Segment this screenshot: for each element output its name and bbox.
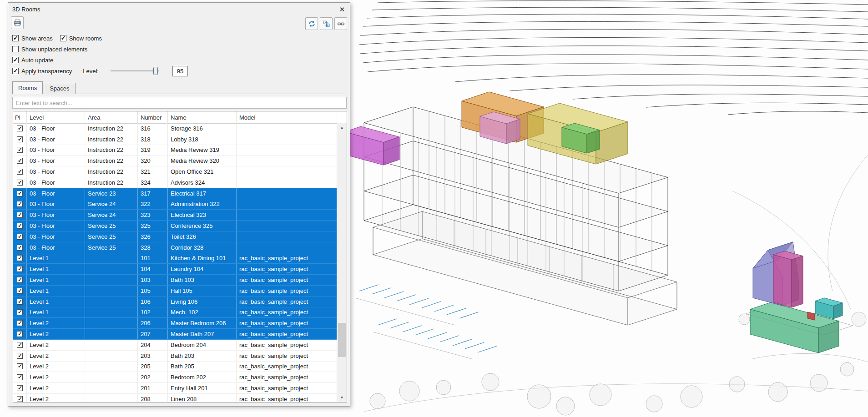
row-checkbox[interactable] bbox=[17, 212, 23, 218]
link-settings-button[interactable] bbox=[334, 17, 347, 30]
option-auto-update[interactable]: Auto update bbox=[12, 57, 53, 64]
transparency-value-field[interactable]: 95 bbox=[172, 66, 188, 76]
scrollbar-thumb[interactable] bbox=[338, 323, 346, 357]
table-row[interactable]: 03 - FloorService 25328Corridor 328 bbox=[13, 242, 337, 253]
cell-number: 325 bbox=[138, 221, 168, 231]
table-row[interactable]: Level 1104Laundry 104rac_basic_sample_pr… bbox=[13, 264, 337, 275]
table-row[interactable]: 03 - FloorService 24323Electrical 323 bbox=[13, 210, 337, 221]
row-checkbox[interactable] bbox=[17, 266, 23, 272]
cell-name: Bath 205 bbox=[168, 362, 237, 372]
row-checkbox-cell bbox=[13, 145, 27, 156]
row-checkbox[interactable] bbox=[17, 126, 23, 131]
cell-number: 204 bbox=[138, 340, 168, 350]
print-button[interactable] bbox=[11, 16, 24, 29]
sync-view-button[interactable] bbox=[305, 17, 318, 30]
header-area[interactable]: Area bbox=[85, 111, 138, 123]
slider-track[interactable] bbox=[111, 70, 159, 71]
table-scrollbar[interactable]: ▲ ▼ bbox=[337, 123, 347, 402]
header-placed[interactable]: Pl bbox=[13, 111, 27, 123]
row-checkbox[interactable] bbox=[17, 245, 23, 251]
cell-level: 03 - Floor bbox=[27, 134, 85, 145]
row-checkbox[interactable] bbox=[17, 299, 23, 305]
apply-transparency-checkbox[interactable] bbox=[12, 68, 19, 74]
row-checkbox[interactable] bbox=[17, 255, 23, 261]
cell-model: rac_basic_sample_project bbox=[237, 307, 337, 318]
table-row[interactable]: Level 2204Bedroom 204rac_basic_sample_pr… bbox=[13, 340, 337, 351]
titlebar[interactable]: 3D Rooms ✕ bbox=[8, 3, 350, 15]
table-row[interactable]: 03 - FloorInstruction 22316Storage 316 bbox=[13, 123, 337, 134]
cell-area: Instruction 22 bbox=[85, 177, 138, 188]
row-checkbox[interactable] bbox=[17, 342, 23, 348]
table-row[interactable]: Level 2203Bath 203rac_basic_sample_proje… bbox=[13, 351, 337, 362]
table-row[interactable]: Level 2202Bedroom 202rac_basic_sample_pr… bbox=[13, 372, 337, 383]
auto-update-checkbox[interactable] bbox=[12, 57, 19, 63]
row-checkbox[interactable] bbox=[17, 201, 23, 207]
row-checkbox[interactable] bbox=[17, 363, 23, 369]
show-rooms-checkbox[interactable] bbox=[60, 35, 66, 41]
row-checkbox[interactable] bbox=[17, 158, 23, 164]
table-row[interactable]: Level 1106Living 106rac_basic_sample_pro… bbox=[13, 296, 337, 307]
cell-level: 03 - Floor bbox=[27, 188, 85, 199]
table-row[interactable]: 03 - FloorInstruction 22318Lobby 318 bbox=[13, 134, 337, 145]
cell-number: 319 bbox=[138, 145, 168, 156]
row-checkbox[interactable] bbox=[17, 331, 23, 337]
option-apply-transparency[interactable]: Apply transparency bbox=[12, 68, 72, 75]
header-number[interactable]: Number bbox=[138, 111, 168, 123]
table-row[interactable]: Level 1103Bath 103rac_basic_sample_proje… bbox=[13, 275, 337, 286]
cell-number: 104 bbox=[138, 264, 168, 274]
table-row[interactable]: 03 - FloorInstruction 22324Advisors 324 bbox=[13, 177, 337, 188]
row-checkbox[interactable] bbox=[17, 385, 23, 391]
row-checkbox[interactable] bbox=[17, 396, 23, 402]
table-row[interactable]: 03 - FloorInstruction 22320Media Review … bbox=[13, 156, 337, 166]
row-checkbox[interactable] bbox=[17, 320, 23, 326]
row-checkbox[interactable] bbox=[17, 180, 23, 186]
option-show-rooms[interactable]: Show rooms bbox=[60, 35, 102, 42]
table-row[interactable]: Level 1105Hall 105rac_basic_sample_proje… bbox=[13, 286, 337, 296]
close-button[interactable]: ✕ bbox=[336, 4, 348, 15]
row-checkbox[interactable] bbox=[17, 169, 23, 175]
row-checkbox[interactable] bbox=[17, 353, 23, 359]
option-show-unplaced[interactable]: Show unplaced elements bbox=[12, 46, 87, 53]
table-row[interactable]: Level 2208Linen 208rac_basic_sample_proj… bbox=[13, 394, 337, 402]
row-checkbox[interactable] bbox=[17, 234, 23, 240]
cell-name: Storage 316 bbox=[168, 123, 237, 134]
row-checkbox[interactable] bbox=[17, 374, 23, 380]
search-input[interactable] bbox=[12, 97, 347, 109]
show-unplaced-checkbox[interactable] bbox=[12, 46, 19, 52]
row-checkbox[interactable] bbox=[17, 223, 23, 229]
table-row[interactable]: 03 - FloorService 25325Conference 325 bbox=[13, 221, 337, 231]
row-checkbox[interactable] bbox=[17, 136, 23, 142]
table-row[interactable]: Level 2206Master Bedroom 206rac_basic_sa… bbox=[13, 318, 337, 329]
table-row[interactable]: 03 - FloorInstruction 22319Media Review … bbox=[13, 145, 337, 156]
row-checkbox-cell bbox=[13, 394, 27, 402]
row-checkbox[interactable] bbox=[17, 277, 23, 283]
header-level[interactable]: Level bbox=[27, 111, 85, 123]
cell-area: Instruction 22 bbox=[85, 156, 138, 166]
scrollbar-track[interactable] bbox=[337, 132, 347, 393]
table-row[interactable]: 03 - FloorService 24322Administration 32… bbox=[13, 199, 337, 210]
option-show-areas[interactable]: Show areas bbox=[12, 35, 53, 42]
show-areas-checkbox[interactable] bbox=[12, 35, 19, 41]
table-row[interactable]: 03 - FloorInstruction 22321Open Office 3… bbox=[13, 166, 337, 177]
table-row[interactable]: Level 2201Entry Hall 201rac_basic_sample… bbox=[13, 383, 337, 394]
table-row[interactable]: Level 1101Kitchen & Dining 101rac_basic_… bbox=[13, 253, 337, 264]
header-model[interactable]: Model bbox=[237, 111, 337, 123]
table-row[interactable]: 03 - FloorService 23317Electrical 317 bbox=[13, 188, 337, 199]
row-checkbox[interactable] bbox=[17, 147, 23, 153]
scroll-up-icon[interactable]: ▲ bbox=[337, 123, 347, 132]
table-row[interactable]: 03 - FloorService 25326Toilet 326 bbox=[13, 231, 337, 242]
row-checkbox[interactable] bbox=[17, 288, 23, 294]
select-elements-button[interactable] bbox=[320, 17, 333, 30]
row-checkbox[interactable] bbox=[17, 309, 23, 315]
table-row[interactable]: Level 2205Bath 205rac_basic_sample_proje… bbox=[13, 362, 337, 372]
tab-spaces[interactable]: Spaces bbox=[44, 83, 75, 94]
transparency-slider[interactable] bbox=[111, 67, 159, 75]
transparency-slider-thumb[interactable] bbox=[153, 67, 158, 75]
tab-rooms[interactable]: Rooms bbox=[12, 81, 43, 94]
scroll-down-icon[interactable]: ▼ bbox=[337, 393, 347, 402]
table-row[interactable]: Level 1102Mech. 102rac_basic_sample_proj… bbox=[13, 307, 337, 318]
table-row[interactable]: Level 2207Master Bath 207rac_basic_sampl… bbox=[13, 329, 337, 340]
cell-model bbox=[237, 231, 337, 242]
row-checkbox[interactable] bbox=[17, 191, 23, 196]
header-name[interactable]: Name bbox=[168, 111, 237, 123]
